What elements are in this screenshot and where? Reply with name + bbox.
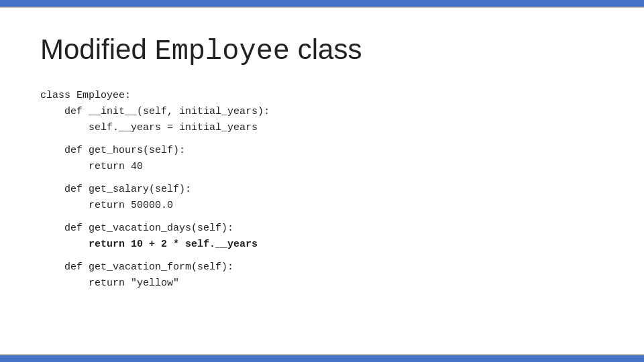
page-title: Modified Employee class <box>40 34 604 68</box>
divider-top <box>0 7 644 8</box>
code-line-3: self.__years = initial_years <box>40 120 604 136</box>
code-line-1: class Employee: <box>40 88 604 104</box>
code-line-11: return "yellow" <box>40 276 604 292</box>
code-line-4: def get_hours(self): <box>40 143 604 159</box>
code-line-5: return 40 <box>40 159 604 175</box>
code-block: class Employee: def __init__(self, initi… <box>40 88 604 292</box>
code-line-10: def get_vacation_form(self): <box>40 259 604 276</box>
bottom-bar <box>0 355 644 362</box>
code-line-6: def get_salary(self): <box>40 182 604 198</box>
code-line-2: def __init__(self, initial_years): <box>40 104 604 120</box>
top-bar <box>0 0 644 7</box>
title-prefix: Modified <box>40 34 154 65</box>
code-line-8: def get_vacation_days(self): <box>40 221 604 237</box>
title-suffix: class <box>290 34 362 65</box>
code-line-9: return 10 + 2 * self.__years <box>40 237 604 253</box>
code-line-7: return 50000.0 <box>40 198 604 214</box>
title-mono: Employee <box>154 36 290 68</box>
